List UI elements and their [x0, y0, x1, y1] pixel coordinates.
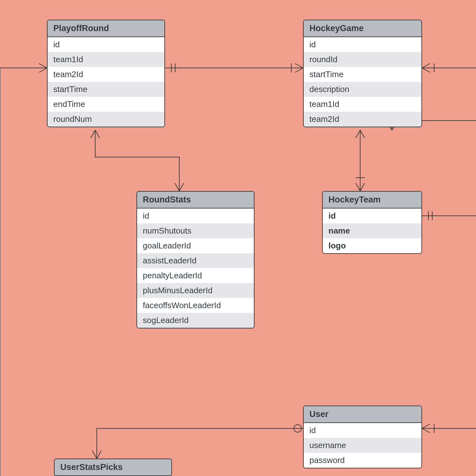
entity-field: id: [304, 37, 421, 52]
entity-field: id: [304, 423, 421, 438]
svg-line-33: [422, 428, 430, 433]
svg-line-7: [39, 63, 47, 68]
svg-line-3: [295, 63, 303, 68]
entity-title: UserStatsPicks: [55, 459, 171, 476]
svg-line-21: [360, 183, 365, 191]
svg-line-8: [39, 68, 47, 72]
entity-title: RoundStats: [137, 192, 254, 208]
entity-field: team2Id: [48, 67, 164, 82]
entity-field: team2Id: [304, 112, 421, 127]
entity-field: name: [323, 223, 421, 238]
entity-field: endTime: [48, 97, 164, 112]
entity-field: description: [304, 82, 421, 97]
svg-line-29: [92, 451, 97, 459]
entity-field: sogLeaderId: [137, 313, 254, 328]
entity-hockey-game: HockeyGame id roundId startTime descript…: [303, 20, 422, 127]
entity-field: startTime: [304, 67, 421, 82]
entity-field: penaltyLeaderId: [137, 268, 254, 283]
svg-line-13: [91, 130, 95, 138]
svg-line-32: [422, 424, 430, 428]
entity-title: HockeyGame: [304, 20, 421, 37]
entity-field: assistLeaderId: [137, 253, 254, 268]
svg-line-11: [422, 68, 430, 72]
entity-playoff-round: PlayoffRound id team1Id team2Id startTim…: [47, 20, 165, 127]
entity-field: numShutouts: [137, 223, 254, 238]
entity-field: username: [304, 438, 421, 453]
svg-line-20: [356, 183, 360, 191]
entity-field: goalLeaderId: [137, 238, 254, 253]
entity-title: HockeyTeam: [323, 192, 421, 208]
svg-line-14: [95, 130, 100, 138]
svg-line-4: [295, 68, 303, 72]
svg-point-28: [294, 425, 301, 432]
entity-field: password: [304, 453, 421, 468]
entity-field: logo: [323, 238, 421, 253]
entity-title: PlayoffRound: [48, 20, 164, 37]
svg-line-30: [97, 451, 101, 459]
entity-field: faceoffsWonLeaderId: [137, 298, 254, 313]
entity-hockey-team: HockeyTeam id name logo: [322, 191, 422, 254]
entity-field: team1Id: [304, 97, 421, 112]
entity-round-stats: RoundStats id numShutouts goalLeaderId a…: [136, 191, 255, 328]
svg-line-10: [422, 63, 430, 68]
entity-field: roundId: [304, 52, 421, 67]
entity-field: team1Id: [48, 52, 164, 67]
entity-field: plusMinusLeaderId: [137, 283, 254, 298]
svg-line-19: [360, 130, 365, 138]
entity-field: roundNum: [48, 112, 164, 127]
entity-field: id: [137, 208, 254, 223]
entity-field: id: [323, 208, 421, 223]
entity-user: User id username password: [303, 406, 422, 468]
entity-title: User: [304, 406, 421, 423]
entity-user-stats-picks: UserStatsPicks: [54, 459, 172, 476]
entity-field: startTime: [48, 82, 164, 97]
svg-line-16: [179, 183, 184, 191]
svg-line-18: [356, 130, 360, 138]
entity-field: id: [48, 37, 164, 52]
svg-line-15: [175, 183, 179, 191]
